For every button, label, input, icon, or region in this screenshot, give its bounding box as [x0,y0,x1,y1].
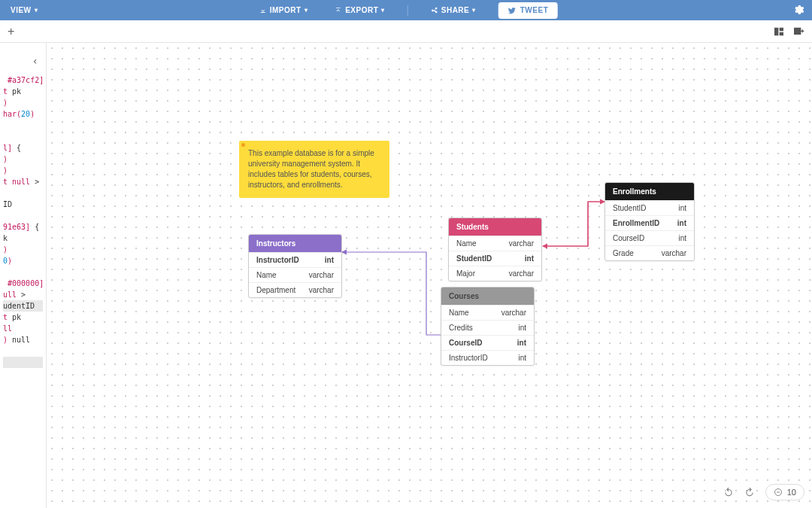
top-toolbar: VIEW ▾ IMPORT ▾ EXPORT ▾ SHARE ▾ TWEET [0,0,812,20]
table-row: InstructorIDint [441,350,534,365]
sticky-note[interactable]: This example database is for a simple un… [239,141,389,198]
code-line: ) [3,154,43,165]
main-area: ‹ #a37cf2] { t pk ) har(20) l] { ) ) t n… [0,43,812,508]
code-line: ull > [3,289,43,300]
table-instructors[interactable]: Instructors InstructorIDint Namevarchar … [248,234,342,298]
code-line: ) [3,244,43,255]
table-row: Namevarchar [441,305,534,320]
table-row: Departmentvarchar [249,282,341,297]
table-header: Courses [441,287,534,305]
code-line: ) null [3,334,43,345]
view-menu[interactable]: VIEW ▾ [6,3,42,17]
code-line: t null > [3,176,43,187]
code-line-highlighted: udentID [3,300,43,312]
table-row: Creditsint [441,320,534,335]
note-dot-icon [241,143,245,147]
chevron-down-icon: ▾ [472,7,476,14]
table-row: Majorvarchar [449,266,541,281]
code-line: har(20) [3,108,43,120]
share-icon [431,7,438,14]
export-label: EXPORT [345,6,378,14]
code-line: t pk [3,86,43,97]
code-line: 91e63] { [3,221,43,233]
code-line-highlighted [3,357,43,368]
table-row: CourseIDint [605,230,694,245]
code-line: ) [3,165,43,176]
bottom-controls: 10 [723,484,804,500]
table-enrollments[interactable]: Enrollments StudentIDint EnrollmentIDint… [604,182,695,261]
settings-button[interactable] [792,4,804,17]
table-row: Namevarchar [449,236,541,251]
chevron-down-icon: ▾ [381,7,385,14]
gear-icon [792,4,804,16]
code-line: ) [3,97,43,108]
table-row: StudentIDint [605,200,694,215]
code-line: t pk [3,312,43,323]
table-row: Gradevarchar [605,245,694,260]
code-line: 0) [3,255,43,266]
export-menu[interactable]: EXPORT ▾ [330,3,389,17]
table-header: Enrollments [605,183,694,200]
share-menu[interactable]: SHARE ▾ [426,3,480,17]
zoom-value: 10 [787,488,796,497]
code-line: #000000] { [3,278,43,289]
add-button[interactable]: + [8,25,14,38]
divider [408,5,408,16]
code-line: l] { [3,142,43,154]
table-row: StudentIDint [449,251,541,266]
table-header: Instructors [249,235,341,252]
sub-toolbar: + [0,20,812,43]
code-sidebar: ‹ #a37cf2] { t pk ) har(20) l] { ) ) t n… [0,43,47,508]
view-label: VIEW [11,6,32,14]
table-courses[interactable]: Courses Namevarchar Creditsint CourseIDi… [441,287,535,366]
table-row: EnrollmentIDint [605,215,694,230]
code-line: ll [3,323,43,334]
twitter-icon [508,6,517,15]
chevron-down-icon: ▾ [304,7,308,14]
table-row: InstructorIDint [249,252,341,267]
collapse-sidebar-button[interactable]: ‹ [32,55,38,67]
add-panel-icon[interactable] [792,26,804,38]
export-icon [335,7,342,14]
tweet-label: TWEET [520,6,549,14]
redo-icon[interactable] [744,487,755,497]
undo-icon[interactable] [723,487,734,497]
tweet-button[interactable]: TWEET [498,2,558,19]
table-header: Students [449,218,541,236]
table-students[interactable]: Students Namevarchar StudentIDint Majorv… [448,217,542,281]
import-menu[interactable]: IMPORT ▾ [255,3,312,17]
code-line: ID [3,199,43,210]
diagram-canvas[interactable]: This example database is for a simple un… [47,43,812,508]
code-line: #a37cf2] { [3,75,43,86]
import-label: IMPORT [270,6,301,14]
zoom-control[interactable]: 10 [765,484,804,500]
chevron-down-icon: ▾ [35,7,38,14]
zoom-out-icon[interactable] [774,488,783,497]
share-label: SHARE [441,6,470,14]
code-line: k [3,233,43,244]
panel-icon[interactable] [773,26,785,38]
connector-lines [47,43,812,508]
table-row: Namevarchar [249,267,341,282]
note-text: This example database is for a simple un… [248,149,374,189]
table-row: CourseIDint [441,335,534,350]
import-icon [259,7,267,14]
